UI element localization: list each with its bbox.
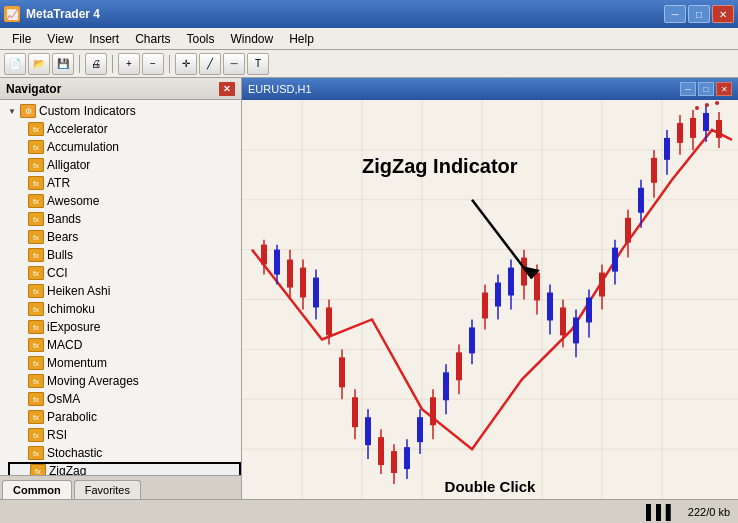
svg-rect-36 bbox=[391, 451, 397, 473]
tree-item-iexposure[interactable]: fx iExposure bbox=[8, 318, 241, 336]
svg-rect-20 bbox=[287, 260, 293, 288]
toolbar-open[interactable]: 📂 bbox=[28, 53, 50, 75]
tree-item-macd[interactable]: fx MACD bbox=[8, 336, 241, 354]
svg-rect-40 bbox=[417, 417, 423, 442]
item-label-iexposure: iExposure bbox=[47, 320, 100, 334]
toolbar-crosshair[interactable]: ✛ bbox=[175, 53, 197, 75]
tree-item-rsi[interactable]: fx RSI bbox=[8, 426, 241, 444]
indicator-icon-bulls: fx bbox=[28, 248, 44, 262]
minimize-button[interactable]: ─ bbox=[664, 5, 686, 23]
svg-rect-32 bbox=[365, 417, 371, 445]
menu-window[interactable]: Window bbox=[223, 30, 282, 48]
tab-favorites[interactable]: Favorites bbox=[74, 480, 141, 499]
tree-item-momentum[interactable]: fx Momentum bbox=[8, 354, 241, 372]
svg-rect-48 bbox=[469, 327, 475, 353]
tree-item-atr[interactable]: fx ATR bbox=[8, 174, 241, 192]
indicator-icon-parabolic: fx bbox=[28, 410, 44, 424]
toolbar-save[interactable]: 💾 bbox=[52, 53, 74, 75]
indicator-icon-alligator: fx bbox=[28, 158, 44, 172]
chart-svg bbox=[242, 100, 738, 499]
tree-item-zigzag[interactable]: fx ZigZag bbox=[8, 462, 241, 475]
toolbar-line[interactable]: ╱ bbox=[199, 53, 221, 75]
item-label-parabolic: Parabolic bbox=[47, 410, 97, 424]
tree-item-bears[interactable]: fx Bears bbox=[8, 228, 241, 246]
indicator-icon-cci: fx bbox=[28, 266, 44, 280]
maximize-button[interactable]: □ bbox=[688, 5, 710, 23]
folder-icon: ⚙ bbox=[20, 104, 36, 118]
tree-item-osma[interactable]: fx OsMA bbox=[8, 390, 241, 408]
chart-close-button[interactable]: ✕ bbox=[716, 82, 732, 96]
indicator-icon-bands: fx bbox=[28, 212, 44, 226]
toolbar-separator-1 bbox=[79, 55, 80, 73]
svg-rect-64 bbox=[573, 317, 579, 343]
tree-item-awesome[interactable]: fx Awesome bbox=[8, 192, 241, 210]
indicator-icon-stochastic: fx bbox=[28, 446, 44, 460]
item-label-zigzag: ZigZag bbox=[49, 464, 86, 475]
title-controls[interactable]: ─ □ ✕ bbox=[664, 5, 734, 23]
menu-file[interactable]: File bbox=[4, 30, 39, 48]
toolbar-zoom-in[interactable]: + bbox=[118, 53, 140, 75]
menu-tools[interactable]: Tools bbox=[179, 30, 223, 48]
svg-point-89 bbox=[715, 101, 719, 105]
tree-item-accumulation[interactable]: fx Accumulation bbox=[8, 138, 241, 156]
indicator-icon-awesome: fx bbox=[28, 194, 44, 208]
svg-rect-68 bbox=[599, 273, 605, 297]
svg-rect-66 bbox=[586, 298, 592, 323]
tab-common[interactable]: Common bbox=[2, 480, 72, 499]
chart-minimize-button[interactable]: ─ bbox=[680, 82, 696, 96]
tree-item-heiken-ashi[interactable]: fx Heiken Ashi bbox=[8, 282, 241, 300]
toolbar-separator-2 bbox=[112, 55, 113, 73]
status-bar: ▌▌▌ 222/0 kb bbox=[0, 499, 738, 523]
indicator-icon-moving-averages: fx bbox=[28, 374, 44, 388]
item-label-macd: MACD bbox=[47, 338, 82, 352]
main-content: Navigator ✕ ▼ ⚙ Custom Indicators fx Acc… bbox=[0, 78, 738, 499]
app-title: MetaTrader 4 bbox=[26, 7, 100, 21]
menu-help[interactable]: Help bbox=[281, 30, 322, 48]
svg-rect-86 bbox=[716, 120, 722, 138]
tree-item-parabolic[interactable]: fx Parabolic bbox=[8, 408, 241, 426]
item-label-ichimoku: Ichimoku bbox=[47, 302, 95, 316]
tree-item-cci[interactable]: fx CCI bbox=[8, 264, 241, 282]
svg-rect-70 bbox=[612, 248, 618, 272]
indicator-icon-iexposure: fx bbox=[28, 320, 44, 334]
item-label-bands: Bands bbox=[47, 212, 81, 226]
tree-children: fx Accelerator fx Accumulation fx Alliga… bbox=[0, 120, 241, 475]
toolbar: 📄 📂 💾 🖨 + − ✛ ╱ ─ T bbox=[0, 50, 738, 78]
toolbar-hline[interactable]: ─ bbox=[223, 53, 245, 75]
svg-point-88 bbox=[705, 103, 709, 107]
tree-item-bulls[interactable]: fx Bulls bbox=[8, 246, 241, 264]
item-label-alligator: Alligator bbox=[47, 158, 90, 172]
svg-rect-74 bbox=[638, 188, 644, 213]
tree-item-stochastic[interactable]: fx Stochastic bbox=[8, 444, 241, 462]
custom-indicators-label: Custom Indicators bbox=[39, 104, 136, 118]
toolbar-text[interactable]: T bbox=[247, 53, 269, 75]
close-button[interactable]: ✕ bbox=[712, 5, 734, 23]
navigator-tree[interactable]: ▼ ⚙ Custom Indicators fx Accelerator fx … bbox=[0, 100, 241, 475]
item-label-awesome: Awesome bbox=[47, 194, 99, 208]
chart-title-controls[interactable]: ─ □ ✕ bbox=[680, 82, 732, 96]
toolbar-print[interactable]: 🖨 bbox=[85, 53, 107, 75]
chart-area: EURUSD,H1 ─ □ ✕ bbox=[242, 78, 738, 499]
svg-rect-16 bbox=[261, 245, 267, 265]
menu-view[interactable]: View bbox=[39, 30, 81, 48]
menu-insert[interactable]: Insert bbox=[81, 30, 127, 48]
chart-svg-container: ZigZag Indicator Double Click bbox=[242, 100, 738, 499]
navigator-close-button[interactable]: ✕ bbox=[219, 82, 235, 96]
item-label-bears: Bears bbox=[47, 230, 78, 244]
svg-rect-58 bbox=[534, 273, 540, 301]
toolbar-zoom-out[interactable]: − bbox=[142, 53, 164, 75]
status-bars-icon: ▌▌▌ bbox=[646, 504, 676, 520]
tree-item-moving-averages[interactable]: fx Moving Averages bbox=[8, 372, 241, 390]
tree-item-accelerator[interactable]: fx Accelerator bbox=[8, 120, 241, 138]
toolbar-new[interactable]: 📄 bbox=[4, 53, 26, 75]
tree-item-alligator[interactable]: fx Alligator bbox=[8, 156, 241, 174]
svg-rect-80 bbox=[677, 123, 683, 143]
tree-item-bands[interactable]: fx Bands bbox=[8, 210, 241, 228]
tree-item-ichimoku[interactable]: fx Ichimoku bbox=[8, 300, 241, 318]
indicator-icon-accumulation: fx bbox=[28, 140, 44, 154]
indicator-icon-ichimoku: fx bbox=[28, 302, 44, 316]
tree-custom-indicators[interactable]: ▼ ⚙ Custom Indicators bbox=[0, 102, 241, 120]
indicator-icon-zigzag: fx bbox=[30, 464, 46, 475]
chart-maximize-button[interactable]: □ bbox=[698, 82, 714, 96]
menu-charts[interactable]: Charts bbox=[127, 30, 178, 48]
